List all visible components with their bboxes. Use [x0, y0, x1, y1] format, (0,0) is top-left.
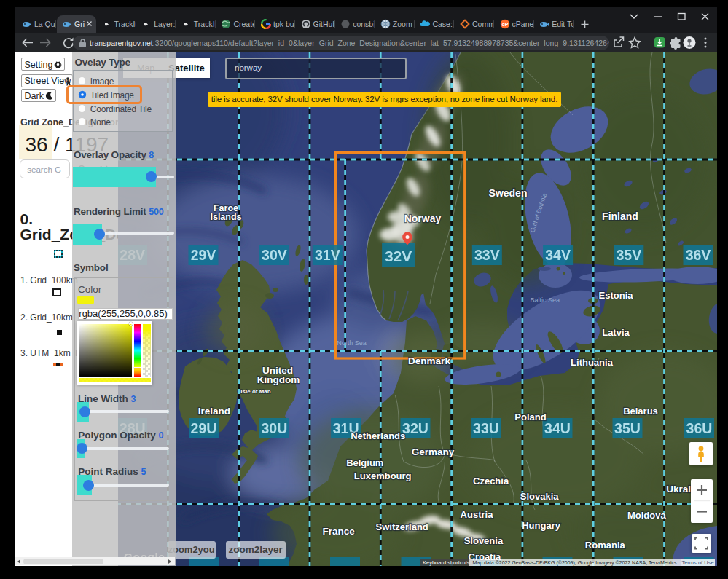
svg-text:Ireland: Ireland	[198, 406, 230, 417]
svg-text:33V: 33V	[474, 247, 500, 263]
svg-text:Islands: Islands	[210, 212, 241, 222]
svg-text:Hungary: Hungary	[522, 520, 561, 531]
svg-text:Romania: Romania	[585, 540, 626, 551]
svg-text:Baltic Sea: Baltic Sea	[531, 296, 560, 304]
svg-text:36V: 36V	[686, 247, 711, 263]
svg-text:Luxembourg: Luxembourg	[354, 470, 412, 481]
svg-text:Germany: Germany	[412, 446, 455, 457]
svg-text:29V: 29V	[191, 247, 216, 263]
svg-text:Kingdom: Kingdom	[257, 374, 300, 385]
svg-text:France: France	[322, 526, 355, 537]
svg-text:34U: 34U	[544, 420, 571, 436]
svg-text:33U: 33U	[473, 420, 499, 436]
svg-text:34V: 34V	[545, 247, 571, 263]
svg-text:Denmark: Denmark	[408, 355, 450, 366]
svg-text:29U: 29U	[191, 420, 217, 436]
svg-text:Latvia: Latvia	[602, 327, 630, 338]
svg-text:Finland: Finland	[602, 210, 638, 222]
svg-text:Netherlands: Netherlands	[351, 430, 405, 441]
svg-text:31V: 31V	[315, 247, 340, 263]
svg-text:cP: cP	[501, 21, 508, 28]
svg-text:Czechia: Czechia	[473, 476, 509, 487]
svg-text:Sweden: Sweden	[489, 187, 528, 199]
svg-text:35U: 35U	[614, 420, 641, 436]
svg-text:Slovenia: Slovenia	[464, 535, 504, 546]
svg-text:Isle of Man: Isle of Man	[240, 388, 270, 395]
svg-text:Poland: Poland	[514, 411, 546, 422]
svg-text:Austria: Austria	[461, 509, 494, 520]
svg-text:Estonia: Estonia	[599, 290, 634, 301]
svg-text:Moldova: Moldova	[627, 510, 666, 521]
svg-text:30U: 30U	[262, 420, 288, 436]
svg-text:Slovakia: Slovakia	[520, 491, 560, 502]
svg-text:32U: 32U	[402, 420, 428, 436]
svg-text:36U: 36U	[686, 420, 713, 436]
svg-text:Norway: Norway	[404, 213, 442, 224]
svg-text:30V: 30V	[262, 247, 287, 263]
svg-text:North Sea: North Sea	[337, 339, 367, 347]
svg-text:Switzerland: Switzerland	[376, 521, 428, 532]
svg-text:32V: 32V	[385, 248, 412, 264]
svg-text:Lithuania: Lithuania	[571, 357, 614, 368]
svg-text:Belarus: Belarus	[623, 406, 658, 417]
svg-text:35V: 35V	[616, 247, 641, 263]
svg-text:Belgium: Belgium	[346, 457, 383, 468]
